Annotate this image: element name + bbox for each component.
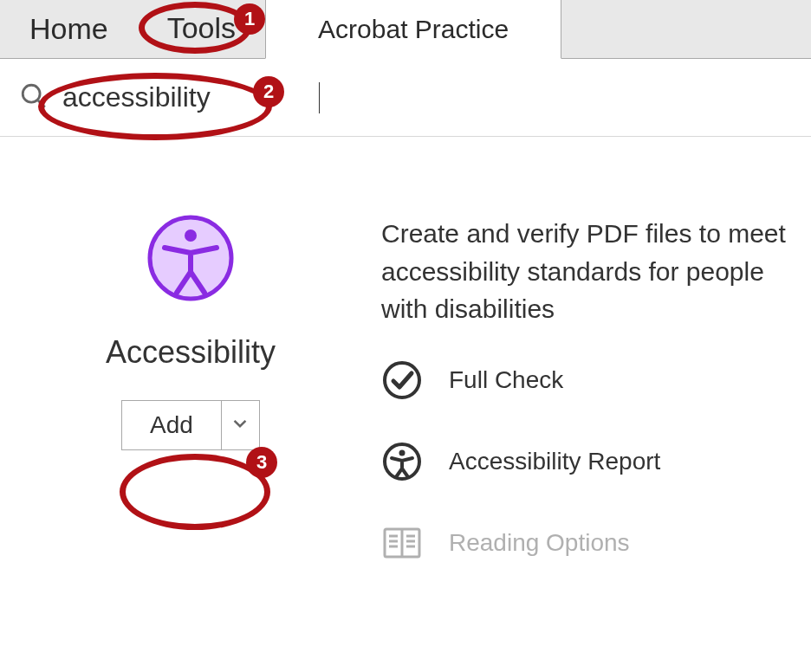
check-circle-icon	[381, 359, 423, 401]
feature-label: Accessibility Report	[449, 448, 660, 475]
add-dropdown-button[interactable]	[222, 400, 260, 450]
feature-accessibility-report[interactable]: Accessibility Report	[381, 441, 811, 482]
text-cursor	[319, 82, 320, 113]
svg-point-4	[385, 363, 419, 397]
accessibility-report-icon	[381, 441, 423, 482]
svg-line-1	[38, 100, 45, 107]
search-icon	[19, 81, 49, 114]
reading-options-icon	[381, 522, 423, 564]
add-button[interactable]: Add	[121, 400, 222, 450]
svg-point-0	[23, 85, 40, 102]
tools-search-input[interactable]	[61, 81, 321, 114]
feature-label: Full Check	[449, 366, 563, 394]
feature-label: Reading Options	[449, 529, 630, 557]
tool-card-title: Accessibility	[106, 334, 276, 371]
tool-description: Create and verify PDF files to meet acce…	[381, 215, 788, 328]
tab-tools[interactable]: Tools	[138, 0, 265, 58]
svg-point-3	[185, 229, 197, 242]
feature-full-check[interactable]: Full Check	[381, 359, 811, 401]
accessibility-icon	[147, 215, 234, 301]
feature-reading-options: Reading Options	[381, 522, 811, 564]
chevron-down-icon	[233, 417, 247, 434]
svg-point-6	[399, 449, 406, 456]
tab-bar: Home Tools Acrobat Practice	[0, 0, 811, 59]
tab-document[interactable]: Acrobat Practice	[265, 0, 561, 59]
tools-search-row	[0, 59, 811, 137]
tab-home[interactable]: Home	[0, 0, 138, 58]
